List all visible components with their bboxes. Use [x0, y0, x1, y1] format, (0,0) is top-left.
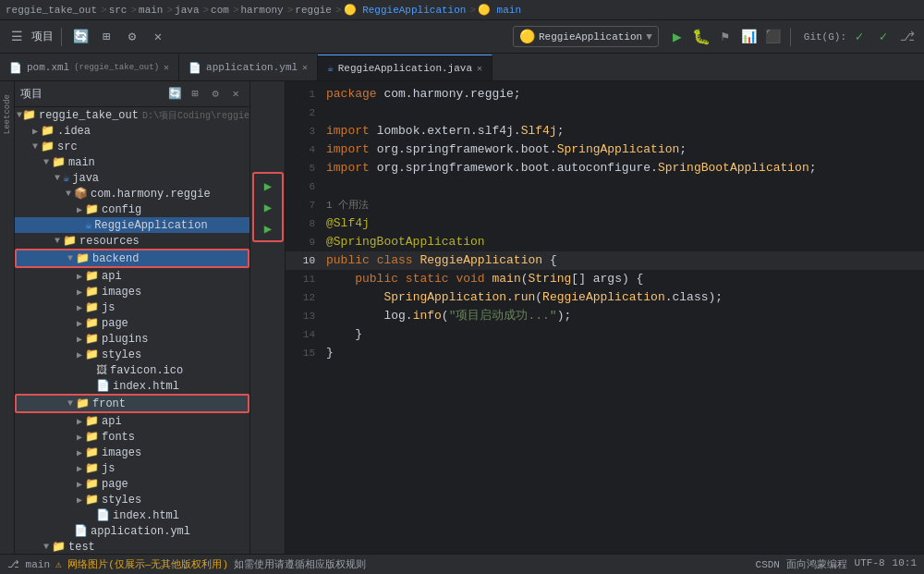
- line-8-content[interactable]: @Slf4j: [322, 214, 924, 233]
- tree-src[interactable]: ▼ 📁 src: [15, 139, 249, 154]
- tree-config[interactable]: ▶ 📁 config: [15, 202, 249, 217]
- line-5-content[interactable]: import org.springframework.boot.autoconf…: [322, 159, 924, 177]
- editor-tabs: 📄 pom.xml (reggie_take_out) ✕ 📄 applicat…: [0, 54, 924, 81]
- line-14-content[interactable]: }: [322, 325, 924, 344]
- breadcrumb-reggie-take-out[interactable]: reggie_take_out: [6, 5, 97, 16]
- git-checkmark1[interactable]: ✓: [848, 26, 870, 48]
- line-12-content[interactable]: SpringApplication.run(ReggieApplication.…: [322, 288, 924, 307]
- debug-button[interactable]: 🐛: [690, 26, 712, 48]
- root-folder-icon: 📁: [22, 108, 36, 122]
- tree-page-front[interactable]: ▶ 📁 page: [15, 476, 249, 492]
- java-close[interactable]: ✕: [477, 63, 482, 74]
- status-right: CSDN 面向鸿蒙编程 UTF-8 10:1: [756, 557, 917, 571]
- line-num-7: 7: [286, 196, 322, 214]
- tree-idea[interactable]: ▶ 📁 .idea: [15, 123, 249, 139]
- line-1-content[interactable]: package com.harmony.reggie;: [322, 85, 924, 104]
- tree-backend[interactable]: ▼ 📁 backend: [15, 249, 249, 268]
- coverage-button[interactable]: ⚑: [714, 26, 736, 48]
- resources-arrow: ▼: [52, 236, 63, 246]
- stop-button[interactable]: ⬛: [762, 26, 784, 48]
- breadcrumb-main[interactable]: main: [139, 5, 163, 16]
- sync-icon[interactable]: 🔄: [69, 26, 91, 48]
- tree-styles-backend[interactable]: ▶ 📁 styles: [15, 347, 249, 362]
- main-arrow: ▼: [41, 157, 52, 167]
- line-3-content[interactable]: import lombok.extern.slf4j.Slf4j;: [322, 122, 924, 140]
- tree-images-backend[interactable]: ▶ 📁 images: [15, 284, 249, 299]
- front-arrow: ▼: [65, 398, 76, 409]
- tree-favicon[interactable]: 🖼 favicon.ico: [15, 362, 249, 378]
- root-label: reggie_take_out: [39, 109, 139, 122]
- breadcrumb-com[interactable]: com: [211, 5, 229, 16]
- tree-index-html-backend[interactable]: 📄 index.html: [15, 378, 249, 394]
- line-13-content[interactable]: log.info("项目启动成功...");: [322, 307, 924, 325]
- favicon-label: favicon.ico: [110, 364, 183, 377]
- tree-java[interactable]: ▼ ☕ java: [15, 170, 249, 186]
- toggle-project-icon[interactable]: ☰: [6, 26, 28, 48]
- csdn-label: CSDN 面向鸿蒙编程: [756, 557, 847, 571]
- tree-test[interactable]: ▼ 📁 test: [15, 539, 249, 554]
- reggie-class-icon: ☕: [85, 218, 91, 232]
- tree-plugins[interactable]: ▶ 📁 plugins: [15, 331, 249, 347]
- breadcrumb-method[interactable]: 🟡 main: [478, 4, 521, 16]
- tree-application-yml[interactable]: 📄 application.yml: [15, 523, 249, 539]
- gutter-run-btn-1[interactable]: ▶: [258, 176, 278, 196]
- styles-front-label: styles: [102, 494, 141, 507]
- line-4-content[interactable]: import org.springframework.boot.SpringAp…: [322, 140, 924, 159]
- tree-api-front[interactable]: ▶ 📁 api: [15, 413, 249, 429]
- line-num-12: 12: [286, 288, 322, 307]
- tab-reggie-application[interactable]: ☕ ReggieApplication.java ✕: [318, 55, 492, 80]
- expand-icon[interactable]: ⊞: [95, 26, 117, 48]
- git-checkmark2[interactable]: ✓: [872, 26, 894, 48]
- tree-index-html-front[interactable]: 📄 index.html: [15, 507, 249, 523]
- run-buttons: ▶ 🐛 ⚑ 📊 ⬛ Git(G): ✓ ✓ ⎇: [666, 26, 918, 48]
- breadcrumb-harmony[interactable]: harmony: [241, 5, 284, 16]
- tree-main[interactable]: ▼ 📁 main: [15, 154, 249, 170]
- left-tool-strip: Leetcode: [0, 81, 15, 554]
- line-9-content[interactable]: @SpringBootApplication: [322, 233, 924, 251]
- close-icon[interactable]: ✕: [147, 26, 169, 48]
- tree-js-front[interactable]: ▶ 📁 js: [15, 460, 249, 476]
- tree-settings-btn[interactable]: ⚙: [207, 86, 224, 103]
- front-folder-icon: 📁: [76, 397, 90, 410]
- run-config-dropdown-icon[interactable]: ▼: [646, 31, 652, 43]
- yml-close[interactable]: ✕: [302, 62, 308, 73]
- pom-xml-close[interactable]: ✕: [164, 62, 169, 73]
- file-tree-panel: 项目 🔄 ⊞ ⚙ ✕ ▼ 📁 reggie_take_out D:\项目Codi…: [15, 81, 250, 554]
- tree-reggie-app[interactable]: ☕ ReggieApplication: [15, 217, 249, 233]
- tree-resources[interactable]: ▼ 📁 resources: [15, 233, 249, 249]
- tree-close-btn[interactable]: ✕: [227, 86, 244, 103]
- tree-page-backend[interactable]: ▶ 📁 page: [15, 315, 249, 331]
- breadcrumb-reggie[interactable]: reggie: [295, 5, 332, 16]
- tab-application-yml[interactable]: 📄 application.yml ✕: [179, 55, 318, 80]
- gutter-run-btn-3[interactable]: ▶: [258, 218, 278, 238]
- tree-fonts[interactable]: ▶ 📁 fonts: [15, 429, 249, 445]
- tree-api-backend[interactable]: ▶ 📁 api: [15, 268, 249, 284]
- tree-front[interactable]: ▼ 📁 front: [15, 394, 249, 413]
- line-col-label: 10:1: [893, 557, 917, 571]
- line-7-content: 1 个用法: [322, 196, 924, 214]
- run-config-selector[interactable]: 🟡 ReggieApplication ▼: [513, 26, 659, 47]
- settings-icon[interactable]: ⚙: [121, 26, 143, 48]
- tab-pom-xml[interactable]: 📄 pom.xml (reggie_take_out) ✕: [0, 55, 179, 80]
- tree-com-harmony[interactable]: ▼ 📦 com.harmony.reggie: [15, 186, 249, 202]
- tree-root[interactable]: ▼ 📁 reggie_take_out D:\项目Coding\reggie: [15, 107, 249, 123]
- run-button[interactable]: ▶: [666, 26, 688, 48]
- line-10-content[interactable]: public class ReggieApplication {: [322, 251, 924, 270]
- code-editor[interactable]: 1 package com.harmony.reggie; 2 3 import…: [286, 81, 924, 554]
- line-11-content[interactable]: public static void main(String[] args) {: [322, 270, 924, 288]
- git-branch-icon[interactable]: ⎇: [896, 26, 918, 48]
- tree-images-front[interactable]: ▶ 📁 images: [15, 445, 249, 460]
- gutter-run-btn-2[interactable]: ▶: [258, 197, 278, 217]
- line-15-content[interactable]: }: [322, 344, 924, 362]
- breadcrumb-java[interactable]: java: [175, 5, 199, 16]
- profile-button[interactable]: 📊: [738, 26, 760, 48]
- tree-expand-btn[interactable]: ⊞: [187, 86, 203, 103]
- tree-styles-front[interactable]: ▶ 📁 styles: [15, 492, 249, 507]
- breadcrumb-class[interactable]: 🟡 ReggieApplication: [344, 4, 467, 16]
- api-front-label: api: [102, 415, 122, 428]
- breadcrumb-bar: reggie_take_out > src > main > java > co…: [0, 0, 924, 20]
- tree-js-backend[interactable]: ▶ 📁 js: [15, 299, 249, 315]
- tree-sync-btn[interactable]: 🔄: [166, 86, 183, 103]
- git-label: Git(G):: [804, 31, 846, 43]
- breadcrumb-src[interactable]: src: [109, 5, 128, 16]
